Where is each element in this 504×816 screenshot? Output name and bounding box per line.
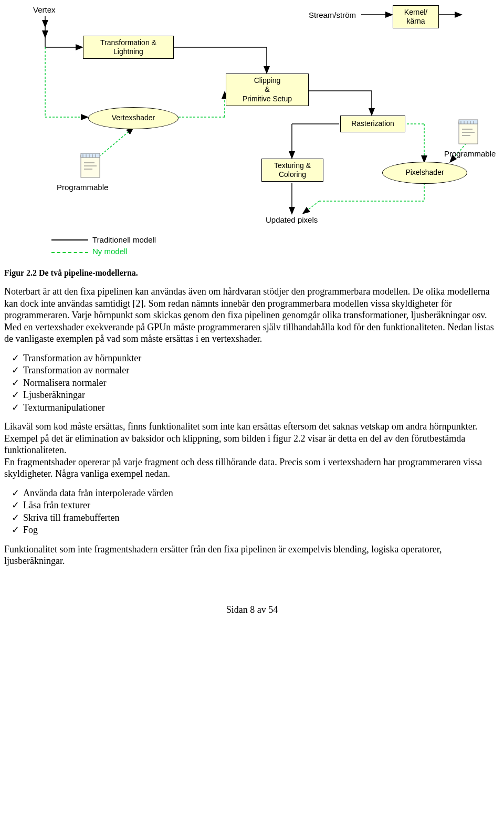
legend-new-text: Ny modell bbox=[92, 247, 128, 257]
paragraph-3: Funktionalitet som inte fragmentshadern … bbox=[4, 543, 500, 567]
svg-rect-24 bbox=[81, 155, 100, 177]
diagram-connectors bbox=[4, 4, 500, 267]
kernel-box: Kernel/ kärna bbox=[393, 5, 439, 28]
transformation-box: Transformation & Lightning bbox=[83, 36, 174, 59]
list-item: Normalisera normaler bbox=[23, 377, 500, 389]
programmable-label-1: Programmable bbox=[57, 183, 108, 193]
vertex-label: Vertex bbox=[33, 5, 56, 15]
stream-label: Stream/ström bbox=[309, 11, 356, 20]
list-item: Transformation av hörnpunkter bbox=[23, 352, 500, 364]
svg-rect-25 bbox=[81, 153, 100, 158]
list-item: Ljusberäkningar bbox=[23, 389, 500, 401]
paragraph-1: Noterbart är att den fixa pipelinen kan … bbox=[4, 286, 500, 345]
notepad-icon bbox=[457, 118, 480, 146]
texturing-box: Texturing & Coloring bbox=[261, 159, 323, 182]
legend-trad-line bbox=[51, 239, 88, 240]
clipping-box: Clipping & Primitive Setup bbox=[226, 74, 309, 106]
legend-new-line bbox=[51, 252, 88, 253]
svg-rect-34 bbox=[459, 122, 478, 144]
list-fragmentshader: Använda data från interpolerade värden L… bbox=[4, 487, 500, 536]
notepad-icon bbox=[79, 151, 102, 180]
list-item: Skriva till framebufferten bbox=[23, 512, 500, 524]
list-item: Texturmanipulationer bbox=[23, 402, 500, 414]
list-item: Läsa från texturer bbox=[23, 499, 500, 511]
svg-line-23 bbox=[303, 201, 319, 213]
pipeline-diagram: Vertex Stream/ström Kernel/ kärna Transf… bbox=[4, 4, 500, 267]
figure-caption: Figur 2.2 De två pipeline-modellerna. bbox=[4, 268, 500, 278]
vertexshader-ellipse: Vertexshader bbox=[88, 107, 178, 129]
list-item: Fog bbox=[23, 524, 500, 536]
pixelshader-ellipse: Pixelshader bbox=[382, 162, 467, 184]
legend-trad-text: Traditionell modell bbox=[92, 235, 156, 245]
programmable-label-2: Programmable bbox=[444, 149, 496, 159]
list-item: Transformation av normaler bbox=[23, 364, 500, 376]
paragraph-2: Likaväl som kod måste ersättas, finns fu… bbox=[4, 421, 500, 480]
rasterization-box: Rasterization bbox=[340, 116, 405, 132]
svg-rect-35 bbox=[459, 120, 478, 124]
updated-pixels-label: Updated pixels bbox=[266, 215, 318, 225]
list-item: Använda data från interpolerade värden bbox=[23, 487, 500, 499]
list-vertexshader: Transformation av hörnpunkter Transforma… bbox=[4, 352, 500, 414]
page-footer: Sidan 8 av 54 bbox=[4, 604, 500, 616]
